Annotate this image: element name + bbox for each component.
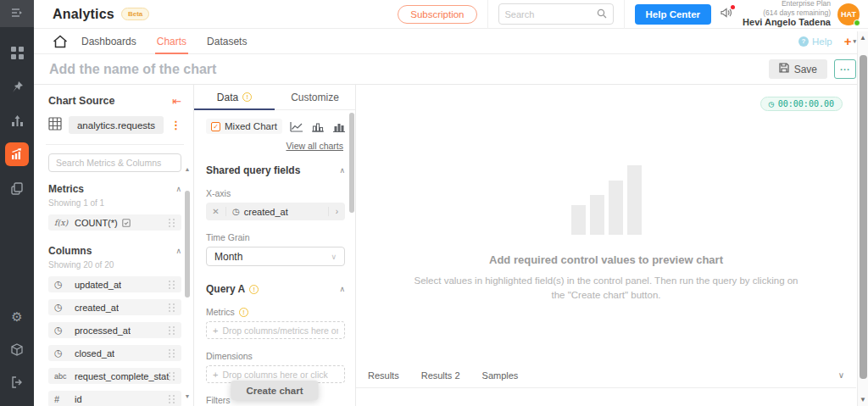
metrics-dropzone[interactable]: + Drop columns/metrics here or click <box>206 321 345 339</box>
warning-icon: ! <box>249 285 259 294</box>
help-button[interactable]: ? Help <box>798 36 832 47</box>
divider <box>487 0 488 29</box>
save-button[interactable]: Save <box>769 59 827 79</box>
column-item[interactable]: ◷updated_at <box>48 276 181 292</box>
remove-icon[interactable]: ✕ <box>206 207 226 216</box>
column-item[interactable]: ◷closed_at <box>48 345 181 361</box>
home-button[interactable] <box>53 35 68 48</box>
dataset-selector[interactable]: analytics.requests <box>69 116 164 134</box>
drag-handle-icon[interactable] <box>169 303 175 313</box>
tab-results[interactable]: Results <box>368 370 399 381</box>
metric-item[interactable]: f(x) COUNT(*) <box>48 214 181 231</box>
metric-label: COUNT(*) <box>75 218 118 228</box>
sidebar-collapse-button[interactable] <box>0 0 34 27</box>
save-icon <box>779 63 789 75</box>
drag-handle-icon[interactable] <box>169 325 175 336</box>
tab-charts[interactable]: Charts <box>157 29 186 54</box>
sidebar-item-analytics[interactable] <box>5 142 29 166</box>
drag-handle-icon[interactable] <box>169 280 175 290</box>
add-new-button[interactable]: + ▾ <box>844 34 856 48</box>
sidebar-item-reports[interactable] <box>5 108 29 132</box>
tab-data-label: Data <box>217 92 238 103</box>
create-chart-button[interactable]: Create chart <box>231 381 318 400</box>
collapse-results-icon[interactable]: ∨ <box>838 370 844 380</box>
chevron-up-icon[interactable]: ∧ <box>175 185 181 193</box>
x-axis-value-pill[interactable]: ✕ ◷ created_at › <box>206 203 345 220</box>
drag-handle-icon[interactable] <box>169 218 175 228</box>
chevron-up-icon[interactable]: ∧ <box>175 247 181 255</box>
viz-type-label: Mixed Chart <box>225 121 277 131</box>
column-item[interactable]: #id <box>48 391 181 406</box>
bar-chart-icon[interactable] <box>311 121 325 132</box>
app-title: Analytics <box>53 7 114 22</box>
chevron-up-icon[interactable]: ∧ <box>339 166 345 175</box>
page-scrollbar[interactable]: ▲ ▼ <box>857 31 868 406</box>
clock-type-icon: ◷ <box>54 279 75 290</box>
drag-handle-icon[interactable] <box>169 348 175 359</box>
plus-icon: + <box>213 370 218 380</box>
collapse-panel-icon[interactable]: ⇤ <box>172 96 181 107</box>
shared-query-title: Shared query fields <box>206 164 300 176</box>
help-center-button[interactable]: Help Center <box>635 4 712 25</box>
dataset-kebab-menu[interactable]: ⋮ <box>170 120 181 131</box>
viz-type-selected[interactable]: ✓ Mixed Chart <box>206 119 282 134</box>
scroll-down-icon[interactable]: ▼ <box>185 393 191 399</box>
time-grain-select[interactable]: Month ∨ <box>206 247 345 266</box>
metrics-search-input[interactable] <box>56 158 174 168</box>
tab-data[interactable]: Data ! <box>194 85 275 109</box>
sidebar-item-documents[interactable] <box>5 176 29 200</box>
chevron-up-icon[interactable]: ∧ <box>339 285 345 293</box>
sidebar-item-dashboard[interactable] <box>5 41 29 64</box>
scroll-up-icon[interactable]: ▲ <box>860 35 866 42</box>
drag-handle-icon[interactable] <box>169 371 175 381</box>
page-scrollbar-thumb[interactable] <box>860 55 867 379</box>
drag-handle-icon[interactable] <box>169 394 175 404</box>
chart-source-panel: Chart Source ⇤ analytics.requests ⋮ Metr… <box>34 85 193 406</box>
help-label: Help <box>812 36 832 47</box>
tab-results-2[interactable]: Results 2 <box>421 370 460 381</box>
chevron-right-icon[interactable]: › <box>328 207 345 216</box>
announcements-button[interactable] <box>720 7 732 22</box>
metrics-search[interactable] <box>48 153 181 172</box>
column-item[interactable]: ◷created_at <box>48 299 181 315</box>
scrollbar-thumb[interactable] <box>185 191 190 298</box>
tab-customize[interactable]: Customize <box>275 85 355 109</box>
tab-samples[interactable]: Samples <box>482 370 519 381</box>
chart-name-input[interactable] <box>49 62 388 77</box>
placeholder-bars-icon <box>571 165 642 235</box>
more-actions-button[interactable]: ... <box>834 59 856 79</box>
sidebar-item-integrations[interactable] <box>5 337 29 361</box>
scroll-up-icon[interactable]: ▲ <box>185 166 191 172</box>
subscription-button[interactable]: Subscription <box>398 5 476 24</box>
avatar[interactable]: HAT <box>837 3 860 25</box>
area-chart-icon[interactable] <box>332 121 345 132</box>
source-panel-scrollbar[interactable]: ▲ ▼ <box>184 166 191 399</box>
column-label: closed_at <box>75 348 114 359</box>
scroll-down-icon[interactable]: ▼ <box>860 397 866 403</box>
sidebar-item-settings[interactable]: ⚙ <box>5 304 29 328</box>
control-panel-scrollbar-thumb[interactable] <box>349 113 354 213</box>
cube-icon <box>11 343 23 356</box>
home-icon <box>53 35 68 48</box>
empty-state-title: Add required control values to preview c… <box>489 253 723 266</box>
query-metrics-label: Metrics ! <box>206 307 345 317</box>
top-bar: Analytics Beta Subscription Help Center <box>34 0 868 29</box>
sidebar-item-campaigns[interactable] <box>5 75 29 98</box>
view-all-charts-link[interactable]: View all charts <box>206 141 343 151</box>
line-chart-icon[interactable] <box>290 121 303 132</box>
x-axis-label: X-axis <box>206 188 345 198</box>
divider <box>46 144 184 145</box>
tab-datasets[interactable]: Datasets <box>207 29 247 54</box>
column-item[interactable]: ◷processed_at <box>48 322 181 338</box>
sidebar-item-logout[interactable] <box>5 370 29 394</box>
global-search-input[interactable] <box>505 9 597 19</box>
warning-icon: ! <box>242 92 252 102</box>
column-label: processed_at <box>75 325 131 336</box>
metrics-label-text: Metrics <box>206 307 235 317</box>
tab-dashboards[interactable]: Dashboards <box>81 29 136 54</box>
global-search[interactable] <box>498 3 614 25</box>
column-item[interactable]: abcrequest_complete_status <box>48 368 181 384</box>
chevron-down-icon: ∨ <box>331 253 337 261</box>
certified-icon <box>122 219 131 227</box>
time-grain-label: Time Grain <box>206 232 345 242</box>
